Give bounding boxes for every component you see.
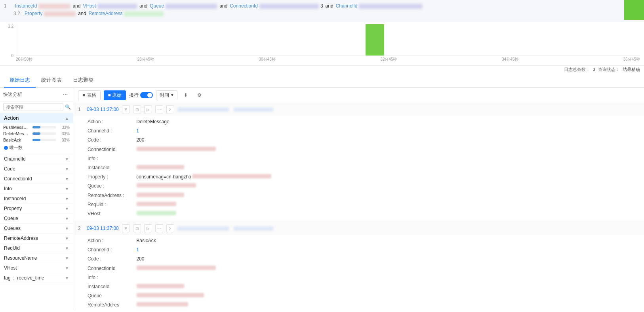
- query-field-instanceid: InstanceId: [15, 2, 37, 10]
- field-header-action[interactable]: Action ▲: [0, 113, 73, 123]
- bar-group-7: [204, 24, 235, 56]
- field-collapsed-connectionid[interactable]: ConnectionId ▼: [0, 174, 73, 184]
- resourcename-chevron-icon: ▼: [65, 256, 69, 260]
- field-collapsed-instanceid[interactable]: InstanceId ▼: [0, 194, 73, 204]
- tab-stat-chart[interactable]: 统计图表: [36, 73, 67, 88]
- log-field-remoteaddress-2: RemoteAddres: [88, 301, 639, 310]
- log-key-info-1: Info :: [88, 155, 135, 163]
- log-copy-icon-2[interactable]: ⎘: [122, 224, 130, 232]
- log-time-2[interactable]: 09-03 11:37:00: [87, 226, 119, 231]
- field-collapsed-channelid[interactable]: ChannelId ▼: [0, 154, 73, 164]
- content-area: ■ 表格 ■ 原始 换行 时间 ▼ ⬇ ⚙ 1 09-03 11:37:00 ⎘…: [73, 88, 644, 310]
- field-collapsed-queue[interactable]: Queue ▼: [0, 214, 73, 224]
- log-val-vhost-blurred-1: [137, 211, 176, 215]
- log-field-code-1: Code : 200: [88, 136, 639, 145]
- field-collapsed-tag[interactable]: tag : receive_time ▼: [0, 273, 73, 283]
- field-collapsed-info[interactable]: Info ▼: [0, 184, 73, 194]
- log-context-icon-2[interactable]: ⊡: [133, 224, 141, 232]
- log-context-icon-1[interactable]: ⊡: [133, 105, 141, 113]
- time-button[interactable]: 时间 ▼: [156, 90, 177, 100]
- query-value-channelid: [359, 4, 422, 9]
- sidebar-more-icon[interactable]: ⋯: [61, 90, 70, 99]
- field-label-vhost: VHost: [4, 265, 17, 271]
- search-input[interactable]: [3, 103, 63, 111]
- bar-group-11: [328, 24, 360, 56]
- tab-raw-log[interactable]: 原始日志: [4, 73, 36, 88]
- bar-group-15: [453, 24, 484, 56]
- field-label-queues: Queues: [4, 226, 21, 231]
- content-toolbar: ■ 表格 ■ 原始 换行 时间 ▼ ⬇ ⚙: [73, 88, 644, 103]
- log-val-connectionid-blurred-1: [137, 147, 216, 151]
- deletemessage-bar: [32, 132, 40, 135]
- list-item: DeleteMessage 33%: [3, 131, 70, 136]
- field-collapsed-remoteaddress[interactable]: RemoteAddress ▼: [0, 234, 73, 243]
- log-more-icon-1[interactable]: ···: [155, 105, 163, 113]
- bar-group-9: [266, 24, 297, 56]
- log-tag-blurred-1: [234, 107, 273, 112]
- log-expand-icon-2[interactable]: ▷: [144, 224, 152, 232]
- field-label-connectionid: ConnectionId: [4, 176, 32, 182]
- query-value-connectionid: [259, 4, 319, 9]
- log-arrow-icon-1[interactable]: >: [166, 105, 174, 113]
- x-label-3: 30分45秒: [259, 57, 276, 62]
- list-item: PushMessage 33%: [3, 125, 70, 130]
- field-collapsed-queues[interactable]: Queues ▼: [0, 224, 73, 234]
- log-time-1[interactable]: 09-03 11:37:00: [87, 107, 119, 112]
- unique-dot-icon: [4, 146, 8, 150]
- pushmessage-pct: 33%: [59, 125, 70, 130]
- log-field-channelid-2: ChannelId : 1: [88, 245, 639, 255]
- field-label-code: Code: [4, 166, 15, 172]
- raw-view-button[interactable]: ■ 原始: [104, 90, 126, 100]
- settings-button[interactable]: ⚙: [194, 90, 204, 100]
- log-num-1: 1: [78, 107, 84, 112]
- bar-group-8: [234, 24, 266, 56]
- wrap-label: 换行: [129, 92, 139, 99]
- tab-log-cluster[interactable]: 日志聚类: [67, 73, 99, 88]
- log-entry-2: 2 09-03 11:37:00 ⎘ ⊡ ▷ ··· > Action : Ba…: [73, 222, 644, 310]
- query-field-channelid: ChannelId: [336, 2, 358, 10]
- log-key-channelid-1: ChannelId :: [88, 127, 135, 135]
- field-collapsed-property[interactable]: Property ▼: [0, 204, 73, 214]
- query-and-3: and: [219, 2, 227, 10]
- query-and-1: and: [72, 2, 80, 10]
- query-line-1: 1 InstanceId and VHost and Queue and Con…: [4, 2, 640, 10]
- main-area: 快速分析 ⋯ 🔍 Action ▲ PushMessage 33%: [0, 88, 644, 310]
- field-collapsed-requid[interactable]: ReqUid ▼: [0, 243, 73, 253]
- field-label-remoteaddress: RemoteAddress: [4, 235, 38, 241]
- table-view-button[interactable]: ■ 表格: [78, 90, 101, 100]
- log-field-channelid-1: ChannelId : 1: [88, 126, 639, 136]
- log-more-icon-2[interactable]: ···: [155, 224, 163, 232]
- action-value-pushmessage: PushMessage: [3, 125, 30, 130]
- field-section-action: Action ▲ PushMessage 33% DeleteMessage 3…: [0, 113, 73, 154]
- log-expand-icon-1[interactable]: ▷: [144, 105, 152, 113]
- quick-analysis-label: 快速分析: [3, 91, 59, 98]
- log-arrow-icon-2[interactable]: >: [166, 224, 174, 232]
- field-values-action: PushMessage 33% DeleteMessage 33% BasicA…: [0, 123, 73, 154]
- field-collapsed-resourcename[interactable]: ResourceName ▼: [0, 253, 73, 263]
- log-field-action-2: Action : BasicAck: [88, 236, 639, 245]
- y-label-bottom: 0: [0, 54, 13, 58]
- log-val-instanceid-blurred-1: [137, 165, 184, 169]
- bar-group-5: [141, 24, 172, 56]
- log-copy-icon-1[interactable]: ⎘: [122, 105, 130, 113]
- search-icon[interactable]: 🔍: [65, 104, 71, 110]
- log-val-action-1: DeleteMessage: [135, 118, 170, 126]
- info-chevron-icon: ▼: [65, 187, 69, 191]
- log-field-remoteaddress-1: RemoteAddress :: [88, 191, 639, 200]
- stats-query-status: 结果精确: [623, 67, 640, 72]
- field-collapsed-vhost[interactable]: VHost ▼: [0, 263, 73, 273]
- x-label-5: 34分45秒: [502, 57, 518, 62]
- stats-total-label: 日志总条数：: [564, 67, 590, 72]
- chart-highlight-bar: [624, 0, 644, 20]
- log-key-connectionid-1: ConnectionId: [88, 146, 135, 153]
- log-body-1: Action : DeleteMessage ChannelId : 1 Cod…: [73, 116, 644, 222]
- x-label-1: 26分58秒: [16, 57, 32, 62]
- query-value-instanceid: [38, 4, 70, 9]
- download-button[interactable]: ⬇: [181, 90, 191, 100]
- field-name-action: Action: [4, 115, 19, 121]
- wrap-toggle[interactable]: [140, 92, 153, 98]
- log-key-requid-1: ReqUid :: [88, 201, 135, 209]
- bar-group-4: [110, 24, 141, 56]
- log-val-queue-blurred-1: [137, 183, 196, 188]
- field-collapsed-code[interactable]: Code ▼: [0, 164, 73, 174]
